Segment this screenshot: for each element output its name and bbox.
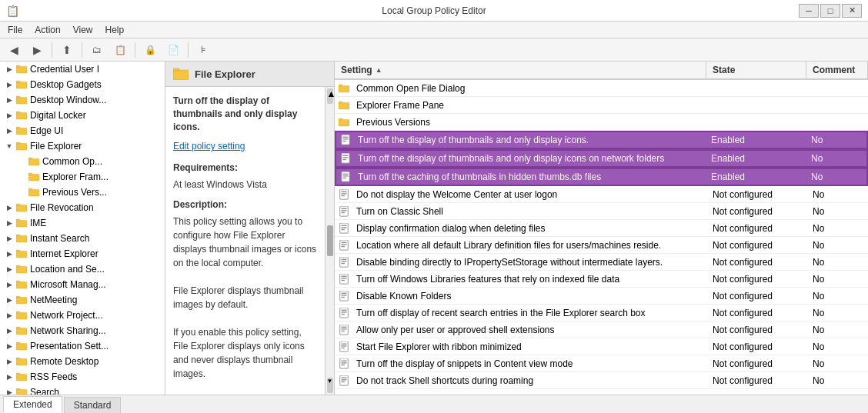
table-row[interactable]: Do not track Shell shortcuts during roam… [335,372,868,389]
table-row[interactable]: Explorer Frame Pane [335,97,868,114]
svg-rect-22 [16,236,27,242]
expand-arrow: ▶ [3,325,15,337]
toolbar-separator-3 [135,42,135,58]
svg-rect-1 [16,65,20,67]
scroll-down-arrow[interactable]: ▼ [327,378,333,393]
tree-item[interactable]: ▶ Instant Search [0,231,165,246]
row-setting-label: Common Open File Dialog [353,81,706,96]
tree-item[interactable]: ▶ Desktop Window... [0,92,165,108]
table-row[interactable]: Disable Known FoldersNot configuredNo [335,288,868,305]
tree-item[interactable]: ▶ Edge UI [0,123,165,138]
tree-item[interactable]: ▶ NetMeeting [0,292,165,308]
bottom-tabs: Extended Standard [0,395,868,413]
svg-rect-46 [339,85,349,92]
back-button[interactable]: ◀ [3,41,25,59]
row-state: Enabled [705,132,805,148]
maximize-button[interactable]: □ [820,4,840,18]
svg-rect-8 [16,128,27,135]
tree-item[interactable]: ▶ Network Project... [0,308,165,323]
doc-button[interactable]: 📄 [162,41,184,59]
tree-item[interactable]: ▶ IME [0,215,165,231]
table-row[interactable]: Turn off the display of thumbnails and o… [335,149,868,168]
expand-arrow: ▶ [3,63,15,75]
desc-scrollbar[interactable]: ▲ ▼ [325,87,334,395]
svg-rect-18 [16,205,27,211]
tree-label: Presentation Sett... [30,341,108,351]
tree-item[interactable]: ▶ Search [0,385,165,395]
col-header-setting[interactable]: Setting ▲ [335,62,706,78]
folder-icon [15,217,28,229]
menu-action[interactable]: Action [30,23,65,37]
table-row[interactable]: Turn off Windows Libraries features that… [335,271,868,288]
svg-rect-2 [16,82,27,88]
table-row[interactable]: Location where all default Library defin… [335,237,868,254]
svg-rect-70 [342,210,347,211]
tree-item[interactable]: ▶ RSS Feeds [0,369,165,385]
tree-item[interactable]: ▶ File Revocation [0,200,165,215]
table-row[interactable]: Do not display the Welcome Center at use… [335,186,868,203]
tree-item[interactable]: ▶ Presentation Sett... [0,338,165,354]
row-type-icon [335,308,353,318]
desc-folder-title: File Explorer [195,68,255,80]
close-button[interactable]: ✕ [842,4,862,18]
row-comment [806,103,868,108]
table-row[interactable]: Turn on Classic ShellNot configuredNo [335,203,868,220]
menu-file[interactable]: File [3,23,27,37]
tree-item[interactable]: ▼ File Explorer [0,138,165,154]
row-state: Not configured [706,288,806,304]
col-header-comment[interactable]: Comment [806,62,868,78]
edit-policy-link[interactable]: Edit policy setting [173,141,245,152]
tree-item[interactable]: ▶ Network Sharing... [0,323,165,338]
main-layout: ▶ Credential User I▶ Desktop Gadgets▶ De… [0,62,868,395]
row-comment: No [806,187,868,202]
up-button[interactable]: ⬆ [56,41,78,59]
tree-item[interactable]: ▶ Remote Desktop [0,354,165,369]
tab-standard[interactable]: Standard [64,397,122,413]
tree-item[interactable]: ▶ Internet Explorer [0,246,165,261]
tree-item[interactable]: ▶ Location and Se... [0,261,165,277]
forward-button[interactable]: ▶ [26,41,48,59]
row-setting-label: Start File Explorer with ribbon minimize… [353,339,706,355]
tree-item[interactable]: ▶ Digital Locker [0,108,165,123]
row-type-icon [335,240,353,251]
table-row[interactable]: Turn off display of recent search entrie… [335,305,868,321]
svg-rect-105 [342,360,347,361]
filter-button[interactable]: ⊧ [192,41,214,59]
table-row[interactable]: Disable binding directly to IPropertySet… [335,254,868,271]
table-row[interactable]: Start File Explorer with ribbon minimize… [335,338,868,355]
svg-rect-15 [28,173,32,175]
policy-button[interactable]: 📋 [109,41,131,59]
row-state: Not configured [706,187,806,202]
svg-rect-38 [16,359,27,365]
row-state: Not configured [706,339,806,355]
scroll-thumb[interactable] [327,225,333,256]
requirements-text: At least Windows Vista [173,178,317,192]
table-row[interactable]: Common Open File Dialog [335,80,868,97]
lock-button[interactable]: 🔒 [139,41,161,59]
tree-item[interactable]: ▶ Credential User I [0,62,165,77]
table-row[interactable]: Turn off the display of snippets in Cont… [335,355,868,372]
tree-item[interactable]: Previous Vers... [0,185,165,200]
table-row[interactable]: Turn off the display of thumbnails and o… [335,131,868,149]
table-row[interactable]: Previous Versions [335,114,868,131]
menu-help[interactable]: Help [101,23,129,37]
scroll-up-arrow[interactable]: ▲ [327,88,333,104]
svg-rect-48 [339,102,349,108]
tree-item[interactable]: ▶ Microsoft Manag... [0,277,165,292]
svg-rect-71 [342,211,345,212]
svg-rect-13 [28,158,32,159]
svg-rect-6 [16,113,27,119]
row-type-icon [336,153,355,164]
table-row[interactable]: Display confirmation dialog when deletin… [335,220,868,237]
svg-rect-28 [16,282,27,288]
menu-view[interactable]: View [68,23,98,37]
tree-item[interactable]: Common Op... [0,154,165,169]
tab-extended[interactable]: Extended [3,396,62,413]
tree-item[interactable]: ▶ Desktop Gadgets [0,77,165,92]
table-row[interactable]: Turn off the caching of thumbnails in hi… [335,168,868,186]
col-header-state[interactable]: State [706,62,806,78]
folder-button[interactable]: 🗂 [86,41,108,59]
minimize-button[interactable]: ─ [799,4,819,18]
tree-item[interactable]: Explorer Fram... [0,169,165,185]
table-row[interactable]: Allow only per user or approved shell ex… [335,321,868,338]
